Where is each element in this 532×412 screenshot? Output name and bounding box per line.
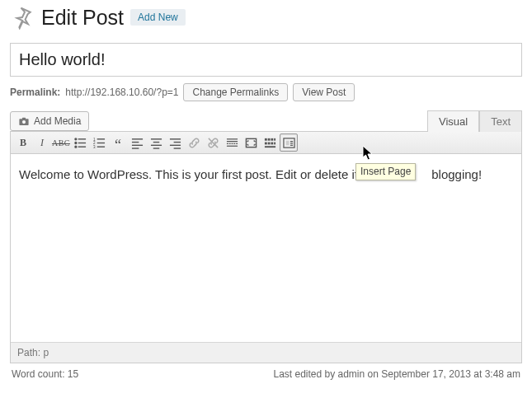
page-title: Edit Post [41, 6, 124, 30]
svg-point-1 [22, 120, 26, 124]
page-header: Edit Post Add New [10, 5, 522, 30]
media-tabs-row: Add Media Visual Text [10, 110, 522, 131]
tab-visual[interactable]: Visual [427, 110, 479, 132]
svg-rect-43 [285, 140, 289, 145]
unlink-button[interactable] [204, 133, 222, 152]
svg-rect-41 [264, 146, 275, 147]
permalink-url: http://192.168.10.60/?p=1 [65, 87, 178, 98]
svg-rect-39 [271, 142, 273, 144]
word-count-value: 15 [68, 368, 78, 380]
path-value[interactable]: p [43, 347, 49, 358]
path-label: Path: [17, 347, 40, 358]
svg-point-7 [74, 146, 76, 147]
fullscreen-button[interactable] [242, 133, 260, 152]
tooltip: Insert Page [355, 163, 416, 180]
bullet-list-button[interactable] [71, 133, 89, 152]
editor-content-area[interactable]: Insert Page Welcome to WordPress. This i… [11, 154, 521, 342]
svg-rect-37 [264, 142, 266, 144]
bold-button[interactable]: B [14, 133, 32, 152]
svg-text:3: 3 [93, 145, 96, 149]
word-count-label: Word count: [12, 368, 64, 380]
kitchen-sink-button[interactable] [261, 133, 279, 152]
insert-more-button[interactable] [223, 133, 241, 152]
numbered-list-button[interactable]: 123 [90, 133, 108, 152]
permalink-row: Permalink: http://192.168.10.60/?p=1 Cha… [10, 83, 522, 101]
svg-rect-35 [271, 138, 273, 140]
svg-rect-38 [267, 142, 270, 144]
link-button[interactable] [185, 133, 203, 152]
change-permalinks-button[interactable]: Change Permalinks [183, 83, 288, 101]
word-count: Word count: 15 [12, 368, 78, 380]
editor-toolbar: B I ABC 123 “ [11, 132, 521, 154]
pin-icon [10, 5, 35, 30]
add-media-button[interactable]: Add Media [10, 111, 89, 131]
editor-content-text: Welcome to WordPress. This is your first… [19, 166, 513, 184]
view-post-button[interactable]: View Post [293, 83, 355, 101]
tab-text[interactable]: Text [479, 110, 522, 132]
svg-point-3 [74, 138, 76, 139]
add-new-button[interactable]: Add New [130, 9, 186, 26]
svg-rect-33 [264, 138, 266, 140]
svg-rect-34 [267, 138, 270, 140]
add-media-label: Add Media [34, 115, 81, 127]
editor-path-bar: Path: p [11, 342, 521, 363]
camera-icon [18, 115, 30, 127]
last-edited: Last edited by admin on September 17, 20… [273, 368, 520, 380]
italic-button[interactable]: I [33, 133, 51, 152]
svg-point-5 [74, 142, 76, 143]
strikethrough-button[interactable]: ABC [52, 133, 70, 152]
svg-rect-36 [274, 138, 275, 140]
content-before: Welcome to WordPress. This is your first… [19, 167, 365, 181]
svg-rect-32 [246, 138, 256, 147]
insert-page-button[interactable] [280, 133, 298, 152]
permalink-label: Permalink: [10, 87, 60, 98]
align-left-button[interactable] [128, 133, 146, 152]
svg-rect-40 [274, 142, 275, 144]
svg-rect-2 [22, 118, 26, 119]
content-after: blogging! [428, 167, 482, 181]
status-row: Word count: 15 Last edited by admin on S… [10, 363, 522, 380]
editor: B I ABC 123 “ [10, 131, 522, 363]
blockquote-button[interactable]: “ [109, 133, 127, 152]
post-title-input[interactable] [10, 43, 522, 77]
align-center-button[interactable] [147, 133, 165, 152]
editor-tabs: Visual Text [427, 110, 522, 131]
align-right-button[interactable] [166, 133, 184, 152]
